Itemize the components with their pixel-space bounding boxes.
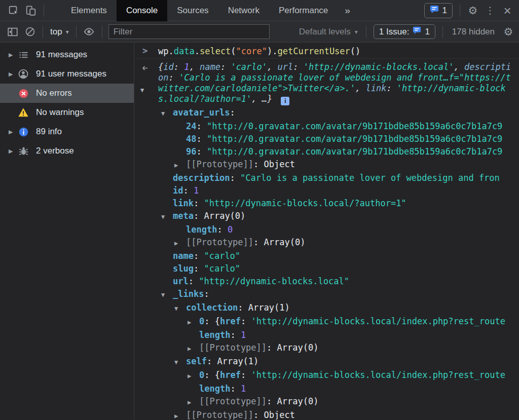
context-selector[interactable]: top ▾ <box>47 27 72 37</box>
sidebar-item-label: 91 user messages <box>36 69 106 79</box>
issues-counter[interactable]: 1 Issue: 1 <box>374 24 435 39</box>
text-run: ( <box>231 46 236 56</box>
expand-triangle-icon[interactable]: ▶ <box>188 342 199 355</box>
context-selector-label: top <box>50 27 62 37</box>
expand-triangle-icon[interactable]: ▶ <box>188 370 199 383</box>
text-run: length <box>199 384 230 394</box>
tab-console[interactable]: Console <box>117 0 167 21</box>
sidebar-toggle-glyph <box>7 26 18 37</box>
tree-row: id: 1 <box>134 184 519 197</box>
text-run: "Carlo is a passionate lover of webdesig… <box>240 173 500 183</box>
info-badge-icon[interactable]: i <box>281 97 289 105</box>
sidebar-item-user-messages[interactable]: ▶91 user messages <box>0 64 134 84</box>
expand-triangle-icon[interactable]: ▶ <box>9 52 18 58</box>
tab-sources[interactable]: Sources <box>167 0 218 21</box>
expand-triangle-icon[interactable]: ▼ <box>161 211 173 223</box>
text-run: Array(0) <box>264 237 306 247</box>
text-run: : <box>230 384 240 394</box>
eye-glyph <box>83 26 95 37</box>
text-run: description <box>173 173 230 183</box>
sidebar-item-verbose[interactable]: ▶2 verbose <box>0 141 134 161</box>
more-tabs-button[interactable]: » <box>338 1 357 21</box>
text-run: "core" <box>236 46 267 56</box>
text-run: 24 <box>186 121 196 131</box>
device-toolbar-icon[interactable] <box>22 2 40 19</box>
text-run: 1 <box>241 384 246 394</box>
sidebar-item-label: No errors <box>36 88 72 98</box>
expand-triangle-icon[interactable]: ▶ <box>188 396 199 409</box>
log-levels-dropdown[interactable]: Default levels ▾ <box>295 27 362 37</box>
text-run: Object <box>264 410 295 419</box>
text-run: : <box>194 211 204 221</box>
expand-triangle-icon[interactable]: ▶ <box>174 159 186 172</box>
text-run: [[Prototype]] <box>186 159 253 169</box>
tree-row: link: "http://dynamic-blocks.local/?auth… <box>134 197 519 210</box>
expand-triangle-icon[interactable]: ▶ <box>174 410 186 419</box>
console-output: > wp.data.select("core").getCurrentUser(… <box>134 43 519 419</box>
sidebar-item-label: 89 info <box>36 127 62 137</box>
expand-triangle-icon[interactable]: ▶ <box>9 129 18 135</box>
expand-triangle-icon[interactable]: ▶ <box>9 71 18 78</box>
text-run: meta <box>173 211 194 221</box>
console-settings-gear-icon[interactable]: ⚙ <box>500 23 517 41</box>
text-run: 0 <box>199 316 204 326</box>
text-run: length <box>186 224 217 235</box>
text-run: : <box>238 302 248 313</box>
text-run: : <box>230 173 240 183</box>
text-run: Array(1) <box>217 356 258 366</box>
warning-icon <box>18 107 29 118</box>
sidebar-item-messages[interactable]: ▶91 messages <box>0 45 134 64</box>
issues-counter-label: 1 Issue: <box>379 27 410 37</box>
result-expander-icon[interactable]: ▼ <box>140 85 144 96</box>
text-run: , <box>355 83 365 93</box>
kebab-menu-icon[interactable]: ⋮ <box>481 2 499 19</box>
result-preview-text: {id: 1, name: 'carlo', url: 'http://dyna… <box>158 62 511 104</box>
toolbar-separator <box>460 5 460 17</box>
sidebar-item-info[interactable]: ▶89 info <box>0 122 134 141</box>
expand-triangle-icon[interactable]: ▶ <box>174 237 186 250</box>
text-run: : <box>230 330 240 340</box>
tree-row: 48: "http://0.gravatar.com/avatar/9b171b… <box>134 133 519 145</box>
text-run: 'carlo' <box>231 62 267 72</box>
text-run: url <box>278 62 293 72</box>
text-run: wp <box>158 46 168 56</box>
text-run: : <box>196 134 206 144</box>
text-run: , <box>454 62 464 72</box>
text-run: : <box>194 198 204 208</box>
expand-triangle-icon[interactable]: ▼ <box>161 107 173 120</box>
live-expression-eye-icon[interactable] <box>81 23 98 41</box>
tab-network[interactable]: Network <box>218 0 269 21</box>
text-run: id <box>173 185 183 196</box>
close-devtools-icon[interactable]: × <box>499 2 516 19</box>
messages-badge[interactable]: 1 <box>424 3 453 18</box>
bug-icon <box>18 145 29 157</box>
expand-triangle-icon[interactable]: ▶ <box>9 148 18 155</box>
expand-triangle-icon[interactable]: ▼ <box>161 289 173 301</box>
text-run: data <box>174 46 195 56</box>
expand-triangle-icon[interactable]: ▼ <box>174 356 186 369</box>
chat-bubble-icon <box>430 5 439 16</box>
sidebar-item-label: 2 verbose <box>36 146 74 156</box>
filter-input[interactable] <box>108 24 270 39</box>
tab-performance[interactable]: Performance <box>269 0 338 21</box>
settings-gear-icon[interactable]: ⚙ <box>464 2 481 19</box>
tab-elements[interactable]: Elements <box>61 0 117 21</box>
inspect-element-icon[interactable] <box>5 2 22 19</box>
toolbar-separator <box>102 26 102 38</box>
info-icon <box>18 126 29 137</box>
text-run: { <box>215 316 220 326</box>
text-run: ) <box>267 46 272 56</box>
console-sidebar: ▶91 messages▶91 user messagesNo errorsNo… <box>0 43 134 419</box>
sidebar-item-errors[interactable]: No errors <box>0 84 134 103</box>
expand-triangle-icon[interactable]: ▼ <box>174 302 186 315</box>
sidebar-item-warnings[interactable]: No warnings <box>0 103 134 122</box>
console-toolbar: top ▾ Default levels ▾ 1 Issue: 1 178 hi… <box>0 21 519 43</box>
clear-console-icon[interactable] <box>21 23 39 41</box>
toolbar-separator <box>442 26 443 38</box>
text-run: name <box>200 62 220 72</box>
toolbar-separator <box>43 26 43 38</box>
expand-triangle-icon[interactable]: ▶ <box>188 316 199 329</box>
console-sidebar-toggle-icon[interactable] <box>4 23 21 41</box>
text-run: self <box>186 356 207 366</box>
text-run: 1 <box>184 62 189 72</box>
